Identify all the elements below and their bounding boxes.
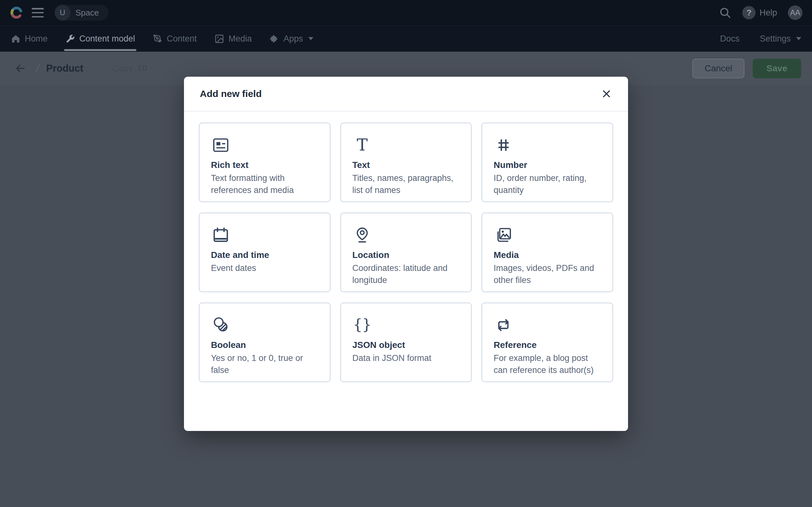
page-title: Product: [46, 63, 83, 74]
field-name: Location: [352, 250, 460, 260]
text-icon: T: [352, 135, 372, 155]
field-type-grid: Rich text Text formatting with reference…: [184, 112, 628, 393]
contentful-logo-icon[interactable]: [9, 6, 23, 20]
space-name: Space: [75, 8, 99, 18]
location-pin-icon: [352, 225, 372, 245]
copy-label: Copy: [112, 63, 133, 73]
boolean-icon: [211, 315, 231, 335]
field-card-reference[interactable]: Reference For example, a blog post can r…: [481, 302, 613, 382]
svg-text:T: T: [357, 135, 367, 154]
space-switcher[interactable]: U Space: [55, 5, 108, 20]
nav-item-label: Apps: [284, 34, 303, 44]
rich-text-icon: [211, 135, 231, 155]
save-button[interactable]: Save: [753, 59, 801, 78]
help-label: Help: [759, 8, 777, 18]
field-card-date-and-time[interactable]: Date and time Event dates: [199, 213, 331, 292]
user-avatar[interactable]: AA: [788, 5, 803, 20]
field-card-json-object[interactable]: { } JSON object Data in JSON format: [340, 302, 472, 382]
close-icon: [601, 89, 612, 99]
copy-id-button[interactable]: Copy ID: [98, 63, 148, 73]
field-description: Coordinates: latitude and longitude: [352, 262, 460, 286]
field-description: For example, a blog post can reference i…: [494, 352, 601, 376]
nav-item-label: Settings: [760, 34, 791, 44]
close-button[interactable]: [600, 87, 613, 101]
field-description: Event dates: [211, 262, 318, 274]
search-icon[interactable]: [719, 6, 731, 19]
nav-item-settings[interactable]: Settings: [758, 34, 803, 44]
arrow-left-icon: [14, 63, 26, 74]
pen-icon: [153, 34, 163, 44]
field-card-boolean[interactable]: Boolean Yes or no, 1 or 0, true or false: [199, 302, 331, 382]
nav-item-label: Home: [25, 34, 48, 44]
svg-text:{: {: [353, 316, 362, 333]
field-name: Media: [494, 250, 601, 260]
field-name: Reference: [494, 340, 601, 350]
nav-item-content[interactable]: Content: [152, 26, 198, 52]
field-description: Titles, names, paragraphs, list of names: [352, 172, 460, 196]
nav-item-apps[interactable]: Apps: [268, 26, 315, 52]
nav-item-home[interactable]: Home: [9, 26, 49, 52]
id-token: ID: [137, 64, 148, 73]
json-icon: { }: [352, 315, 372, 335]
home-icon: [11, 34, 20, 44]
field-description: ID, order number, rating, quantity: [494, 172, 601, 196]
dialog-title: Add new field: [200, 89, 262, 99]
breadcrumb-separator: /: [35, 62, 40, 74]
field-name: Boolean: [211, 340, 318, 350]
question-mark-icon: ?: [742, 6, 756, 19]
field-card-rich-text[interactable]: Rich text Text formatting with reference…: [199, 123, 331, 202]
field-name: Rich text: [211, 160, 318, 170]
field-description: Images, videos, PDFs and other files: [494, 262, 601, 286]
image-icon: [214, 34, 224, 44]
field-card-text[interactable]: T Text Titles, names, paragraphs, list o…: [340, 123, 472, 202]
nav-item-media[interactable]: Media: [213, 26, 253, 52]
nav-item-label: Content model: [79, 34, 135, 44]
number-icon: [494, 135, 513, 155]
cancel-button[interactable]: Cancel: [693, 59, 744, 78]
wrench-icon: [65, 34, 75, 44]
hamburger-menu-icon[interactable]: [32, 8, 44, 17]
images-icon: [494, 225, 513, 245]
reference-icon: [494, 315, 513, 335]
space-avatar: U: [55, 5, 70, 20]
top-bar: U Space ? Help AA: [0, 0, 812, 25]
svg-text:}: }: [362, 316, 371, 333]
field-name: Date and time: [211, 250, 318, 260]
dialog-header: Add new field: [184, 77, 628, 112]
nav-item-docs[interactable]: Docs: [719, 34, 741, 44]
nav-item-label: Docs: [720, 34, 740, 44]
back-button[interactable]: [13, 61, 28, 76]
field-card-media[interactable]: Media Images, videos, PDFs and other fil…: [481, 213, 613, 292]
calendar-icon: [211, 225, 231, 245]
nav-item-label: Content: [167, 34, 197, 44]
nav-item-content-model[interactable]: Content model: [64, 26, 136, 52]
field-description: Yes or no, 1 or 0, true or false: [211, 352, 318, 376]
nav-item-label: Media: [229, 34, 252, 44]
copy-icon: [98, 63, 108, 73]
chevron-down-icon: [308, 37, 313, 40]
chevron-down-icon: [796, 37, 801, 40]
add-new-field-dialog: Add new field Rich text Text formatting …: [184, 77, 628, 431]
field-card-location[interactable]: Location Coordinates: latitude and longi…: [340, 213, 472, 292]
help-button[interactable]: ? Help: [742, 6, 777, 19]
field-name: Number: [494, 160, 601, 170]
main-navigation: Home Content model Content Media Apps: [0, 25, 812, 52]
field-name: JSON object: [352, 340, 460, 350]
field-name: Text: [352, 160, 460, 170]
field-description: Data in JSON format: [352, 352, 460, 364]
field-description: Text formatting with references and medi…: [211, 172, 318, 196]
field-card-number[interactable]: Number ID, order number, rating, quantit…: [481, 123, 613, 202]
puzzle-icon: [270, 34, 280, 44]
